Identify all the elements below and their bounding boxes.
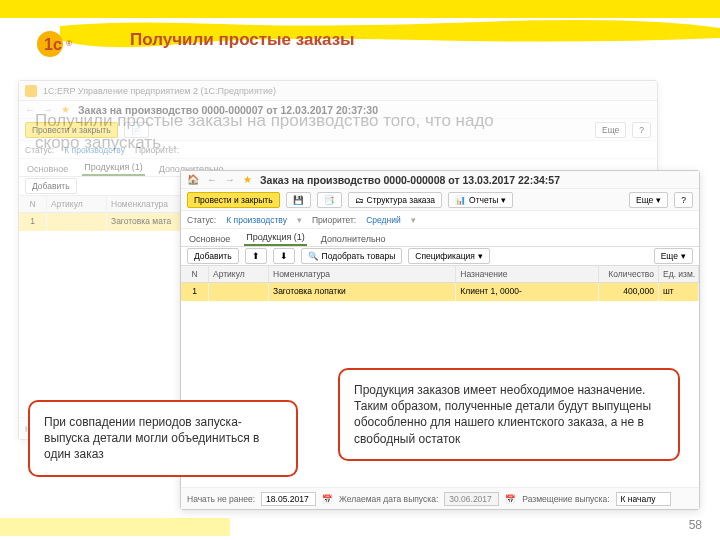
cell-nom: Заготовка лопатки — [269, 283, 456, 301]
callout-product-destination: Продукция заказов имеет необходимое назн… — [338, 368, 680, 461]
spec-label: Спецификация — [415, 251, 475, 261]
help-button[interactable]: ? — [632, 122, 651, 138]
priority-label: Приоритет: — [312, 215, 356, 225]
subtoolbar: Добавить ⬆ ⬇ 🔍 Подобрать товары Специфик… — [181, 247, 699, 265]
structure-label: Структура заказа — [367, 195, 435, 205]
more-button[interactable]: Еще ▾ — [629, 192, 668, 208]
help-button[interactable]: ? — [674, 192, 693, 208]
reports-button[interactable]: 📊 Отчеты ▾ — [448, 192, 513, 208]
col-naz: Назначение — [456, 266, 599, 282]
app-title: 1С:ERP Управление предприятием 2 (1С:Пре… — [43, 86, 276, 96]
add-button[interactable]: Добавить — [25, 178, 77, 194]
tabs: Основное Продукция (1) Дополнительно — [181, 229, 699, 247]
more-button[interactable]: Еще — [595, 122, 626, 138]
page-number: 58 — [689, 518, 702, 532]
header-yellow-bar — [0, 0, 720, 18]
title-bar: 1С:ERP Управление предприятием 2 (1С:Пре… — [19, 81, 657, 101]
tab-products[interactable]: Продукция (1) — [82, 160, 145, 176]
footer-yellow-stroke — [0, 518, 230, 536]
status-value[interactable]: К производству — [226, 215, 287, 225]
save-and-close-button[interactable]: Провести и закрыть — [187, 192, 280, 208]
calendar-icon[interactable]: 📅 — [322, 494, 333, 504]
favorite-icon[interactable]: ★ — [61, 104, 70, 115]
status-row: Статус: К производству ▾ Приоритет: Сред… — [181, 211, 699, 229]
nav-fwd-icon[interactable]: → — [225, 174, 235, 185]
cell-num: 1 — [19, 213, 47, 231]
nav-bar: ← → ★ Заказ на производство 0000-000007 … — [19, 101, 657, 119]
toolbar: Провести и закрыть 💾 📑 🗂 Структура заказ… — [181, 189, 699, 211]
tab-main[interactable]: Основное — [187, 232, 232, 246]
table-row[interactable]: 1 Заготовка лопатки Клиент 1, 0000- 400,… — [181, 283, 699, 301]
col-art: Артикул — [209, 266, 269, 282]
slide-title: Получили простые заказы — [130, 30, 355, 50]
calendar-icon[interactable]: 📅 — [505, 494, 516, 504]
up-button[interactable]: ⬆ — [245, 248, 267, 264]
pick-label: Подобрать товары — [322, 251, 396, 261]
more-button-2[interactable]: Еще ▾ — [654, 248, 693, 264]
tab-main[interactable]: Основное — [25, 162, 70, 176]
structure-button[interactable]: 🗂 Структура заказа — [348, 192, 442, 208]
doc-title: Заказ на производство 0000-000007 от 12.… — [78, 104, 378, 116]
place-label: Размещение выпуска: — [522, 494, 609, 504]
priority-label: Приоритет: — [135, 145, 179, 155]
cell-num: 1 — [181, 283, 209, 301]
col-num: N — [19, 196, 47, 212]
cell-naz: Клиент 1, 0000- — [456, 283, 599, 301]
more-label: Еще — [636, 195, 653, 205]
nav-bar: 🏠 ← → ★ Заказ на производство 0000-00000… — [181, 171, 699, 189]
footer: Начать не ранее: 18.05.2017 📅 Желаемая д… — [181, 487, 699, 509]
wish-label: Желаемая дата выпуска: — [339, 494, 438, 504]
post-button[interactable]: 📑 — [317, 192, 342, 208]
toolbar: Провести и закрыть 📄 Еще ? — [19, 119, 657, 141]
cell-art — [209, 283, 269, 301]
col-art: Артикул — [47, 196, 107, 212]
status-label: Статус: — [25, 145, 54, 155]
home-icon[interactable]: 🏠 — [187, 174, 199, 185]
start-label: Начать не ранее: — [187, 494, 255, 504]
add-button[interactable]: Добавить — [187, 248, 239, 264]
callout-merge-periods: При совпадении периодов запуска-выпуска … — [28, 400, 298, 477]
status-row: Статус: К производству Приоритет: — [19, 141, 657, 159]
col-qty: Количество — [599, 266, 659, 282]
status-value[interactable]: К производству — [64, 145, 125, 155]
place-select[interactable]: К началу — [616, 492, 671, 506]
svg-text:1c: 1c — [44, 36, 62, 53]
save-button[interactable]: 💾 — [286, 192, 311, 208]
tab-extra[interactable]: Дополнительно — [319, 232, 388, 246]
cell-unit: шт — [659, 283, 699, 301]
reports-label: Отчеты — [469, 195, 498, 205]
col-nom: Номенклатура — [269, 266, 456, 282]
spec-button[interactable]: Спецификация ▾ — [408, 248, 490, 264]
more-label-2: Еще — [661, 251, 678, 261]
favorite-icon[interactable]: ★ — [243, 174, 252, 185]
logo-1c: 1c® — [36, 24, 94, 64]
cell-qty: 400,000 — [599, 283, 659, 301]
start-date-input[interactable]: 18.05.2017 — [261, 492, 316, 506]
wish-date-input[interactable]: 30.06.2017 — [444, 492, 499, 506]
save-button[interactable]: Провести и закрыть — [25, 122, 118, 138]
cell-art — [47, 213, 107, 231]
col-unit: Ед. изм. — [659, 266, 699, 282]
down-button[interactable]: ⬇ — [273, 248, 295, 264]
app-icon — [25, 85, 37, 97]
nav-fwd-icon[interactable]: → — [43, 104, 53, 115]
nav-back-icon[interactable]: ← — [207, 174, 217, 185]
priority-value[interactable]: Средний — [366, 215, 401, 225]
table-head: N Артикул Номенклатура Назначение Количе… — [181, 265, 699, 283]
post-button[interactable]: 📄 — [124, 122, 149, 138]
nav-back-icon[interactable]: ← — [25, 104, 35, 115]
pick-goods-button[interactable]: 🔍 Подобрать товары — [301, 248, 403, 264]
svg-text:®: ® — [66, 39, 72, 48]
doc-title: Заказ на производство 0000-000008 от 13.… — [260, 174, 560, 186]
tab-products[interactable]: Продукция (1) — [244, 230, 307, 246]
status-label: Статус: — [187, 215, 216, 225]
col-num: N — [181, 266, 209, 282]
